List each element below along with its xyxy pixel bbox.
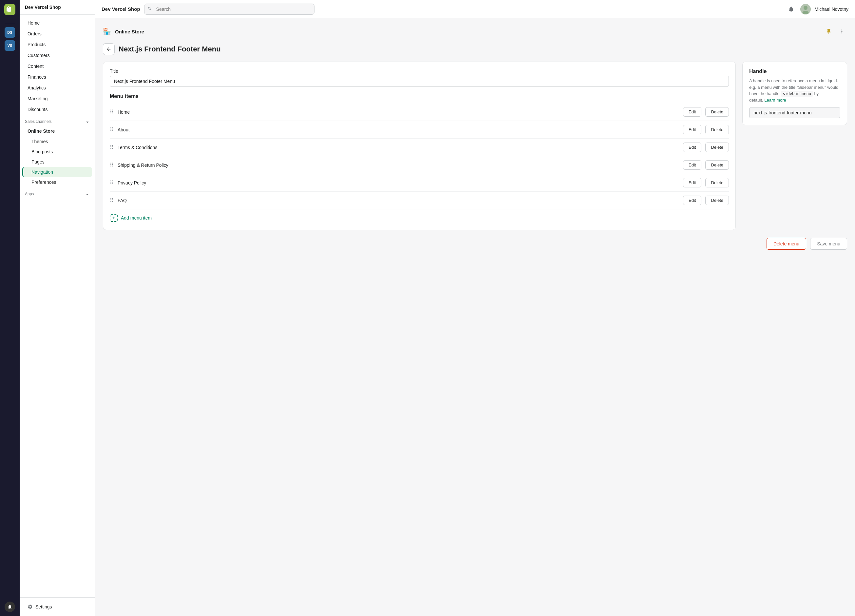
- nav-bottom: [5, 599, 15, 612]
- delete-about-button[interactable]: Delete: [705, 125, 729, 134]
- page-header-actions: [824, 26, 847, 37]
- sidebar-sub-item-navigation[interactable]: Navigation: [22, 167, 92, 177]
- sidebar-item-content[interactable]: Content: [22, 61, 92, 71]
- drag-handle-terms[interactable]: ⠿: [110, 144, 114, 150]
- sidebar-item-products[interactable]: Products: [22, 39, 92, 50]
- apps-label: Apps: [25, 192, 34, 196]
- apps-section[interactable]: Apps: [20, 187, 95, 198]
- sidebar-item-settings[interactable]: Settings: [25, 602, 89, 612]
- menu-item-name-shipping: Shipping & Return Policy: [118, 162, 679, 168]
- handle-card: Handle A handle is used to reference a m…: [742, 61, 847, 125]
- back-title-row: Next.js Frontend Footer Menu: [103, 43, 847, 55]
- drag-handle-faq[interactable]: ⠿: [110, 197, 114, 204]
- left-nav: DS VS: [0, 0, 20, 616]
- topbar-logo: Dev Vercel Shop: [101, 6, 140, 12]
- menu-item-name-terms: Terms & Conditions: [118, 145, 679, 150]
- sales-channels-label: Sales channels: [25, 119, 51, 124]
- page-title: Next.js Frontend Footer Menu: [119, 45, 221, 54]
- handle-code: sidebar-menu: [781, 91, 813, 97]
- more-options-button[interactable]: [837, 26, 847, 37]
- title-field-label: Title: [110, 69, 729, 74]
- menu-item-about: ⠿ About Edit Delete: [110, 121, 729, 139]
- add-menu-item-button[interactable]: Add menu item: [110, 209, 729, 223]
- sidebar-item-home[interactable]: Home: [22, 18, 92, 28]
- search-icon: [147, 6, 152, 12]
- bottom-actions: Delete menu Save menu: [103, 238, 847, 250]
- delete-privacy-button[interactable]: Delete: [705, 178, 729, 187]
- menu-item-faq: ⠿ FAQ Edit Delete: [110, 192, 729, 209]
- sidebar-sub-item-pages[interactable]: Pages: [22, 157, 92, 167]
- menu-item-terms: ⠿ Terms & Conditions Edit Delete: [110, 139, 729, 156]
- sidebar-sub-item-preferences[interactable]: Preferences: [22, 177, 92, 187]
- edit-faq-button[interactable]: Edit: [683, 196, 701, 205]
- handle-input[interactable]: [749, 107, 840, 118]
- menu-item-name-about: About: [118, 127, 679, 132]
- handle-card-description: A handle is used to reference a menu in …: [749, 78, 840, 103]
- delete-faq-button[interactable]: Delete: [705, 196, 729, 205]
- menu-item-name-home: Home: [118, 109, 679, 115]
- menu-items-section: Menu items ⠿ Home Edit Delete ⠿ About Ed…: [110, 93, 729, 223]
- add-menu-item-label: Add menu item: [121, 215, 152, 221]
- sidebar-item-orders[interactable]: Orders: [22, 29, 92, 39]
- title-field-input[interactable]: [110, 76, 729, 87]
- online-store-icon: 🏪: [103, 28, 111, 35]
- delete-menu-button[interactable]: Delete menu: [766, 238, 806, 250]
- sidebar: Dev Vercel Shop Home Orders Products Cus…: [20, 0, 95, 616]
- content-grid: Title Menu items ⠿ Home Edit Delete ⠿ Ab…: [103, 61, 847, 230]
- nav-divider: [5, 23, 15, 23]
- online-store-label: Online Store: [115, 29, 144, 34]
- main-area: Dev Vercel Shop Michael Novotny 🏪 Online…: [95, 0, 855, 616]
- sales-channels-section[interactable]: Sales channels: [20, 115, 95, 126]
- delete-terms-button[interactable]: Delete: [705, 143, 729, 152]
- drag-handle-about[interactable]: ⠿: [110, 126, 114, 133]
- delete-shipping-button[interactable]: Delete: [705, 160, 729, 170]
- sidebar-nav: Home Orders Products Customers Content F…: [20, 15, 95, 597]
- user-avatar[interactable]: [800, 4, 811, 14]
- content: 🏪 Online Store Next.js Frontend Footer M…: [95, 18, 855, 616]
- nav-vs-avatar[interactable]: VS: [5, 40, 15, 51]
- shopify-logo[interactable]: [4, 4, 15, 15]
- user-name: Michael Novotny: [815, 6, 849, 12]
- page-header: 🏪 Online Store: [103, 26, 847, 37]
- sidebar-sub-item-themes[interactable]: Themes: [22, 136, 92, 147]
- drag-handle-privacy[interactable]: ⠿: [110, 179, 114, 186]
- learn-more-link[interactable]: Learn more: [764, 98, 786, 103]
- drag-handle-shipping[interactable]: ⠿: [110, 162, 114, 168]
- edit-about-button[interactable]: Edit: [683, 125, 701, 134]
- settings-label: Settings: [35, 604, 52, 610]
- search-bar: [144, 4, 314, 15]
- edit-shipping-button[interactable]: Edit: [683, 160, 701, 170]
- sidebar-item-finances[interactable]: Finances: [22, 72, 92, 82]
- topbar-right: Michael Novotny: [786, 4, 849, 14]
- sidebar-item-customers[interactable]: Customers: [22, 50, 92, 61]
- add-menu-item-icon: [110, 214, 118, 222]
- menu-card: Title Menu items ⠿ Home Edit Delete ⠿ Ab…: [103, 61, 736, 230]
- sidebar-item-online-store[interactable]: Online Store: [22, 126, 92, 136]
- topbar: Dev Vercel Shop Michael Novotny: [95, 0, 855, 18]
- sidebar-item-analytics[interactable]: Analytics: [22, 83, 92, 93]
- edit-home-button[interactable]: Edit: [683, 107, 701, 116]
- sidebar-item-marketing[interactable]: Marketing: [22, 93, 92, 104]
- sidebar-item-discounts[interactable]: Discounts: [22, 104, 92, 115]
- sidebar-sub-item-blog-posts[interactable]: Blog posts: [22, 147, 92, 156]
- drag-handle-home[interactable]: ⠿: [110, 109, 114, 115]
- menu-item-name-privacy: Privacy Policy: [118, 180, 679, 185]
- notification-bell[interactable]: [786, 4, 796, 14]
- store-name-header: Dev Vercel Shop: [20, 0, 95, 15]
- save-menu-button[interactable]: Save menu: [810, 238, 847, 250]
- edit-privacy-button[interactable]: Edit: [683, 178, 701, 187]
- back-button[interactable]: [103, 43, 115, 55]
- pin-button[interactable]: [824, 26, 834, 37]
- menu-item-privacy: ⠿ Privacy Policy Edit Delete: [110, 174, 729, 192]
- menu-item-name-faq: FAQ: [118, 198, 679, 203]
- svg-point-1: [804, 6, 808, 10]
- menu-item-home: ⠿ Home Edit Delete: [110, 103, 729, 121]
- nav-ds-avatar[interactable]: DS: [5, 27, 15, 38]
- nav-settings-button[interactable]: [5, 602, 15, 612]
- handle-card-title: Handle: [749, 69, 840, 74]
- search-input[interactable]: [144, 4, 314, 15]
- delete-home-button[interactable]: Delete: [705, 107, 729, 116]
- edit-terms-button[interactable]: Edit: [683, 143, 701, 152]
- menu-items-heading: Menu items: [110, 93, 729, 99]
- sidebar-footer: Settings: [20, 597, 95, 616]
